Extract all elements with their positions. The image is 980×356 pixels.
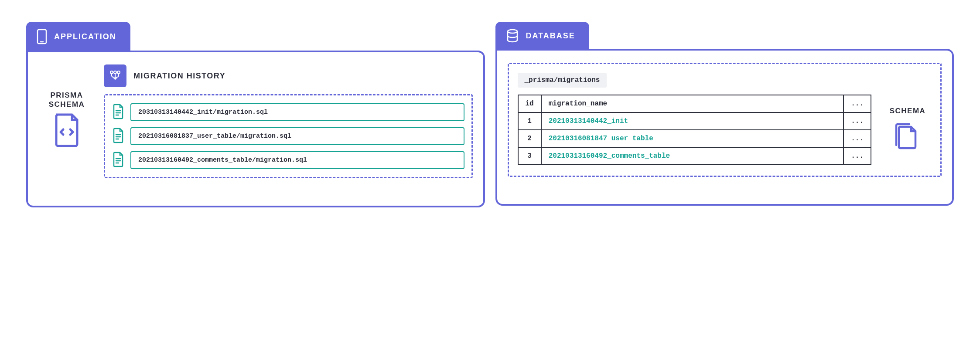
application-body: PRISMA SCHEMA [26,51,485,207]
table-row: 3 20210313160492_comments_table ... [518,147,871,165]
row-dots: ... [843,130,871,147]
svg-point-3 [114,71,116,74]
col-dots-header: ... [843,95,871,112]
svg-point-4 [117,71,120,74]
row-migration-name: 20210316081847_user_table [541,130,843,147]
row-migration-name: 20210313140442_init [541,112,843,130]
document-icon [112,104,124,121]
col-id-header: id [518,95,541,112]
row-migration-name: 20210313160492_comments_table [541,147,843,165]
history-files-box: 20310313140442_init/migration.sql [104,94,473,178]
code-file-icon [53,113,81,149]
file-path: 20210316081837_user_table/migration.sql [130,127,464,145]
table-header-row: id migration_name ... [518,95,871,112]
migration-history-block: MIGRATION HISTORY [104,64,473,178]
migrations-path: _prisma/migrations [518,73,607,88]
prisma-schema-label: PRISMA SCHEMA [49,91,85,109]
database-panel: DATABASE _prisma/migrations id migration… [495,22,954,207]
database-body: _prisma/migrations id migration_name ... [495,49,954,206]
database-tab-label: DATABASE [526,31,575,41]
file-path: 20310313140442_init/migration.sql [130,103,464,121]
row-dots: ... [843,112,871,130]
row-dots: ... [843,147,871,165]
diagram-container: APPLICATION PRISMA SCHEMA [26,22,954,207]
schema-stack-icon [895,120,921,153]
history-header: MIGRATION HISTORY [104,64,473,87]
branch-icon [104,64,126,87]
table-row: 2 20210316081847_user_table ... [518,130,871,147]
file-row: 20210313160492_comments_table/migration.… [112,151,464,169]
application-tab-label: APPLICATION [54,32,116,41]
application-tab: APPLICATION [26,22,130,51]
schema-right-block: SCHEMA [884,107,932,153]
application-panel: APPLICATION PRISMA SCHEMA [26,22,485,207]
history-title: MIGRATION HISTORY [133,71,225,81]
migrations-box: _prisma/migrations id migration_name ... [508,63,942,177]
database-tab: DATABASE [495,22,589,50]
migrations-table: id migration_name ... 1 20210313140442_i… [518,95,872,165]
document-icon [112,152,124,169]
phone-icon [37,29,47,44]
row-id: 3 [518,147,541,165]
svg-point-14 [508,30,517,33]
row-id: 2 [518,130,541,147]
row-id: 1 [518,112,541,130]
schema-right-label: SCHEMA [890,107,926,115]
database-icon [506,29,519,43]
prisma-schema-block: PRISMA SCHEMA [38,64,95,149]
file-row: 20210316081837_user_table/migration.sql [112,127,464,145]
col-migration-name-header: migration_name [541,95,843,112]
file-row: 20310313140442_init/migration.sql [112,103,464,121]
file-path: 20210313160492_comments_table/migration.… [130,151,464,169]
db-inner-row: id migration_name ... 1 20210313140442_i… [518,95,932,165]
document-icon [112,128,124,145]
table-row: 1 20210313140442_init ... [518,112,871,130]
svg-point-2 [110,71,113,74]
